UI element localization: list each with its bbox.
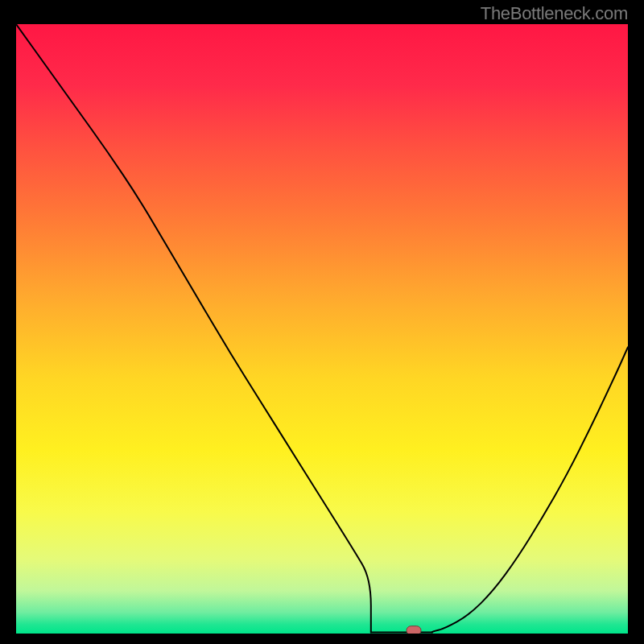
watermark-text: TheBottleneck.com: [481, 3, 628, 24]
bottleneck-chart: [16, 24, 628, 634]
bottleneck-marker: [407, 626, 421, 634]
plot-area: [16, 24, 628, 634]
svg-rect-0: [16, 24, 628, 634]
chart-container: TheBottleneck.com: [0, 0, 644, 644]
